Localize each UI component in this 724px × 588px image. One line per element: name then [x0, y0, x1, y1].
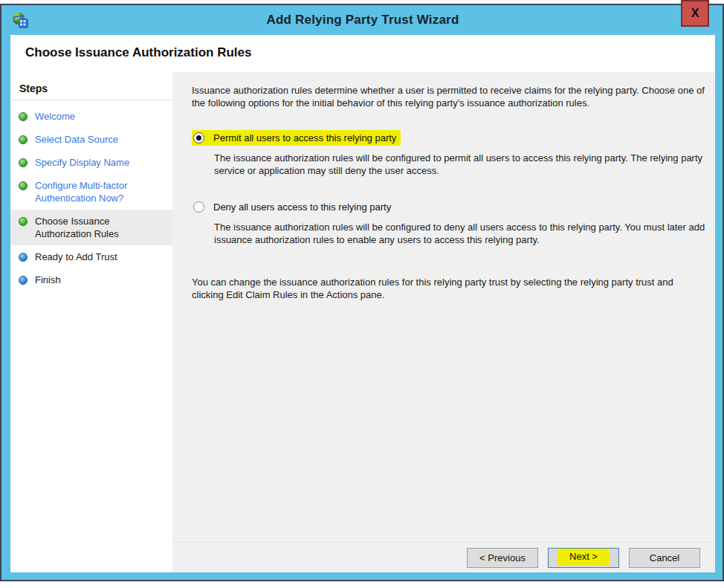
permit-option-label: Permit all users to access this relying … — [213, 132, 396, 143]
note-text: You can change the issuance authorizatio… — [192, 276, 706, 301]
page-background: Add Relying Party Trust Wizard X Choose … — [0, 0, 724, 588]
step-label: Specify Display Name — [35, 157, 129, 168]
intro-text: Issuance authorization rules determine w… — [192, 84, 706, 109]
heading-band: Choose Issuance Authorization Rules — [10, 35, 715, 72]
option-deny-all-users: Deny all users access to this relying pa… — [192, 199, 706, 246]
step-label: Welcome — [35, 111, 75, 122]
steps-sidebar: Steps Welcome Select Data Source Spec — [10, 72, 172, 572]
window-title: Add Relying Party Trust Wizard — [267, 13, 459, 28]
sidebar-item-select-data-source[interactable]: Select Data Source — [10, 128, 172, 151]
wizard-button-row: < Previous Next > Cancel — [172, 542, 715, 572]
sidebar-item-ready-to-add-trust[interactable]: Ready to Add Trust — [10, 245, 172, 268]
step-done-icon — [19, 217, 28, 226]
option-permit-all-users: Permit all users to access this relying … — [192, 130, 706, 177]
step-label: Choose Issuance Authorization Rules — [35, 216, 119, 239]
deny-option-label: Deny all users access to this relying pa… — [213, 201, 391, 213]
cancel-button[interactable]: Cancel — [629, 548, 700, 568]
deny-option-row[interactable]: Deny all users access to this relying pa… — [192, 199, 395, 215]
next-button[interactable]: Next > — [548, 548, 619, 568]
sidebar-item-specify-display-name[interactable]: Specify Display Name — [10, 151, 172, 174]
adfs-app-icon — [12, 12, 30, 30]
step-done-icon — [19, 181, 28, 190]
step-label: Ready to Add Trust — [35, 251, 117, 262]
steps-list: Welcome Select Data Source Specify Displ… — [10, 100, 172, 291]
step-done-icon — [19, 135, 28, 144]
deny-radio-button[interactable] — [193, 201, 204, 213]
title-bar[interactable]: Add Relying Party Trust Wizard X — [10, 5, 715, 35]
step-todo-icon — [19, 253, 28, 262]
deny-option-description: The issuance authorization rules will be… — [214, 221, 706, 246]
permit-option-description: The issuance authorization rules will be… — [214, 152, 706, 177]
next-button-highlight: Next > — [557, 549, 610, 565]
sidebar-item-welcome[interactable]: Welcome — [10, 105, 172, 128]
step-label: Configure Multi-factor Authentication No… — [35, 180, 127, 204]
step-todo-icon — [19, 276, 28, 285]
body-row: Steps Welcome Select Data Source Spec — [10, 72, 715, 572]
sidebar-item-configure-mfa[interactable]: Configure Multi-factor Authentication No… — [10, 174, 172, 210]
steps-header: Steps — [12, 80, 171, 100]
permit-option-row[interactable]: Permit all users to access this relying … — [192, 130, 401, 146]
wizard-window: Add Relying Party Trust Wizard X Choose … — [0, 4, 724, 581]
permit-radio-button[interactable] — [193, 132, 204, 143]
step-label: Finish — [35, 274, 61, 285]
step-label: Select Data Source — [35, 134, 118, 145]
sidebar-item-finish[interactable]: Finish — [10, 268, 172, 291]
window-inner: Choose Issuance Authorization Rules Step… — [10, 35, 715, 572]
step-done-icon — [19, 158, 28, 167]
close-button[interactable]: X — [681, 0, 709, 27]
content-pane: Issuance authorization rules determine w… — [172, 72, 715, 572]
page-title: Choose Issuance Authorization Rules — [25, 45, 715, 60]
step-done-icon — [19, 112, 28, 121]
previous-button[interactable]: < Previous — [467, 548, 538, 568]
sidebar-item-choose-issuance-authorization-rules[interactable]: Choose Issuance Authorization Rules — [10, 210, 172, 245]
